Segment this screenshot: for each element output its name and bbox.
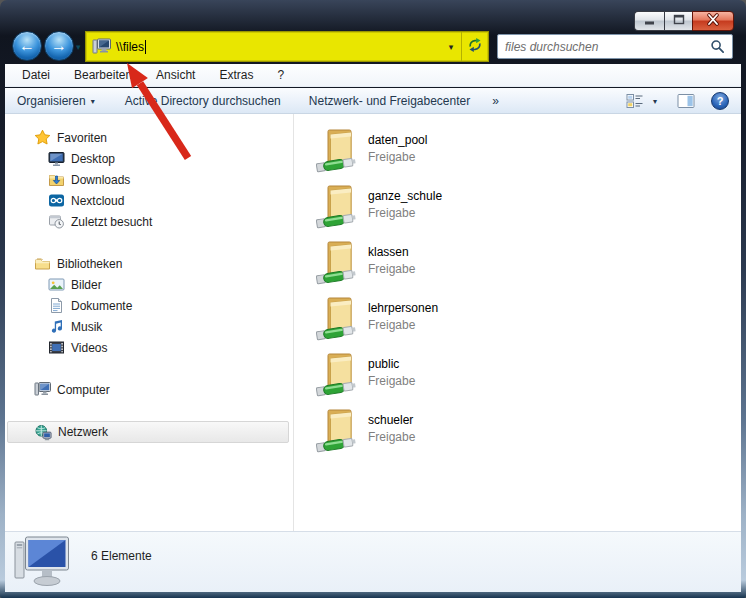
sidebar-section-favoriten[interactable]: Favoriten: [5, 127, 293, 148]
folder-item[interactable]: schueler Freigabe: [316, 408, 741, 456]
sidebar-section-bibliotheken[interactable]: Bibliotheken: [5, 253, 293, 274]
sidebar-item-zuletzt-besucht[interactable]: Zuletzt besucht: [5, 211, 293, 232]
minimize-button[interactable]: [634, 11, 664, 31]
refresh-button[interactable]: [461, 32, 488, 61]
chevron-down-icon: ▾: [653, 97, 657, 106]
sidebar-item-bilder[interactable]: Bilder: [5, 274, 293, 295]
pictures-icon: [48, 276, 65, 293]
desktop-icon: [48, 150, 65, 167]
recent-pages-dropdown[interactable]: ▾: [76, 42, 81, 52]
maximize-button[interactable]: [664, 11, 692, 31]
folder-item[interactable]: klassen Freigabe: [316, 240, 741, 288]
network-icon: [35, 424, 52, 441]
menu-item-ansicht[interactable]: Ansicht: [156, 68, 195, 82]
search-box[interactable]: files durchsuchen: [497, 34, 733, 59]
back-button[interactable]: ←: [12, 31, 42, 61]
folder-type: Freigabe: [368, 318, 438, 332]
shared-folder-icon: [316, 408, 362, 456]
toolbar-overflow-button[interactable]: »: [492, 94, 499, 108]
menu-bar: Datei Bearbeiten Ansicht Extras ?: [5, 64, 741, 87]
address-input[interactable]: \\files: [116, 40, 144, 54]
forward-button[interactable]: →: [44, 31, 74, 61]
sidebar-section-computer[interactable]: Computer: [5, 379, 293, 400]
sidebar-section-netzwerk[interactable]: Netzwerk: [7, 421, 289, 443]
shared-folder-icon: [316, 184, 362, 232]
folder-type: Freigabe: [368, 150, 427, 164]
caption-buttons: [634, 11, 734, 31]
folder-type: Freigabe: [368, 430, 415, 444]
downloads-icon: [48, 171, 65, 188]
shared-folder-icon: [316, 240, 362, 288]
shared-folder-icon: [316, 296, 362, 344]
search-input[interactable]: files durchsuchen: [505, 40, 710, 54]
libraries-icon: [34, 255, 51, 272]
details-pane: 6 Elemente: [5, 531, 741, 592]
explorer-window: ← → ▾ \\files ▾ files durchsuchen Datei …: [0, 0, 746, 598]
workstation-icon: [92, 38, 111, 55]
toolbar-right-group: ▾ ?: [626, 92, 729, 110]
folder-name: schueler: [368, 413, 415, 427]
folder-name: ganze_schule: [368, 189, 442, 203]
window-body: Favoriten Desktop Downloads Nextcloud Zu…: [5, 114, 741, 531]
sidebar-item-videos[interactable]: Videos: [5, 337, 293, 358]
search-icon: [710, 39, 725, 54]
close-icon: [705, 13, 721, 29]
sidebar-item-nextcloud[interactable]: Nextcloud: [5, 190, 293, 211]
music-icon: [48, 318, 65, 335]
text-caret: [145, 40, 146, 54]
sidebar-item-musik[interactable]: Musik: [5, 316, 293, 337]
sidebar-item-downloads[interactable]: Downloads: [5, 169, 293, 190]
folder-view: daten_pool Freigabe ganze_schule Freigab…: [294, 114, 741, 531]
address-bar[interactable]: \\files ▾: [85, 31, 489, 62]
preview-pane-icon: [677, 93, 695, 109]
preview-pane-button[interactable]: [677, 93, 695, 109]
refresh-icon: [467, 37, 483, 56]
chevron-down-icon: ▾: [91, 97, 95, 106]
close-button[interactable]: [692, 11, 734, 31]
videos-icon: [48, 339, 65, 356]
minimize-icon: [643, 13, 657, 30]
folder-type: Freigabe: [368, 374, 415, 388]
recent-places-icon: [48, 213, 65, 230]
folder-type: Freigabe: [368, 206, 442, 220]
folder-item[interactable]: ganze_schule Freigabe: [316, 184, 741, 232]
folder-name: public: [368, 357, 415, 371]
ad-search-button[interactable]: Active Directory durchsuchen: [125, 94, 281, 108]
nextcloud-icon: [48, 192, 65, 209]
navigation-pane: Favoriten Desktop Downloads Nextcloud Zu…: [5, 114, 293, 531]
organize-button[interactable]: Organisieren▾: [17, 94, 95, 108]
menu-item-hilfe[interactable]: ?: [277, 68, 284, 82]
star-icon: [34, 129, 51, 146]
folder-item[interactable]: lehrpersonen Freigabe: [316, 296, 741, 344]
menu-item-datei[interactable]: Datei: [22, 68, 50, 82]
folder-item[interactable]: public Freigabe: [316, 352, 741, 400]
sidebar-item-dokumente[interactable]: Dokumente: [5, 295, 293, 316]
documents-icon: [48, 297, 65, 314]
change-view-button[interactable]: ▾: [626, 93, 657, 109]
folder-name: klassen: [368, 245, 415, 259]
command-toolbar: Organisieren▾ Active Directory durchsuch…: [5, 88, 741, 114]
help-icon: ?: [717, 95, 724, 107]
folder-name: lehrpersonen: [368, 301, 438, 315]
network-center-button[interactable]: Netzwerk- und Freigabecenter: [309, 94, 470, 108]
item-count-label: 6 Elemente: [91, 549, 152, 563]
folder-name: daten_pool: [368, 133, 427, 147]
navigation-bar: ← → ▾ \\files ▾ files durchsuchen: [0, 30, 746, 64]
menu-item-bearbeiten[interactable]: Bearbeiten: [74, 68, 132, 82]
computer-icon: [34, 381, 51, 398]
maximize-icon: [672, 13, 686, 29]
help-button[interactable]: ?: [711, 92, 729, 110]
folder-type: Freigabe: [368, 262, 415, 276]
computer-large-icon: [13, 535, 71, 590]
sidebar-item-desktop[interactable]: Desktop: [5, 148, 293, 169]
shared-folder-icon: [316, 128, 362, 176]
folder-item[interactable]: daten_pool Freigabe: [316, 128, 741, 176]
shared-folder-icon: [316, 352, 362, 400]
views-icon: [626, 93, 644, 109]
menu-item-extras[interactable]: Extras: [219, 68, 253, 82]
address-dropdown-button[interactable]: ▾: [441, 42, 461, 52]
